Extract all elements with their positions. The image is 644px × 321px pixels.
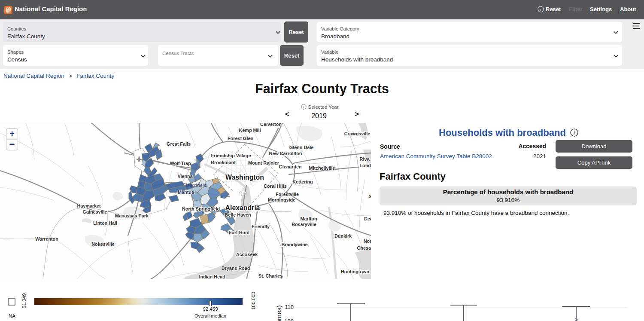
svg-text:New Carrollton: New Carrollton — [269, 151, 302, 156]
svg-text:Brandywine: Brandywine — [281, 242, 307, 247]
svg-text:Chesap: Chesap — [357, 245, 371, 251]
svg-text:100: 100 — [284, 318, 294, 321]
svg-text:Mitchellville: Mitchellville — [309, 165, 335, 171]
svg-text:Warrenton: Warrenton — [35, 236, 58, 242]
svg-text:Glenn Dale: Glenn Dale — [289, 145, 313, 150]
svg-text:Accokeek: Accokeek — [236, 252, 258, 257]
svg-text:Haymarket: Haymarket — [77, 203, 101, 208]
svg-text:Great Falls: Great Falls — [167, 141, 191, 147]
svg-text:Forest Glen: Forest Glen — [228, 136, 253, 141]
svg-text:Riva: Riva — [360, 156, 370, 162]
svg-text:Linton Hall: Linton Hall — [93, 220, 117, 226]
svg-text:Vienna: Vienna — [177, 174, 193, 179]
svg-text:Mantua: Mantua — [178, 190, 194, 195]
svg-text:Calverton: Calverton — [260, 123, 282, 127]
svg-text:Huntingtown: Huntingtown — [341, 269, 369, 274]
svg-text:Indian Head: Indian Head — [199, 274, 225, 279]
svg-text:Londo: Londo — [360, 163, 371, 168]
svg-text:Bryans Road: Bryans Road — [222, 266, 250, 271]
svg-text:Crownsville: Crownsville — [344, 131, 371, 136]
svg-text:S: S — [368, 194, 371, 199]
svg-text:Wolf Trap: Wolf Trap — [170, 161, 191, 166]
svg-text:St. Charles: St. Charles — [258, 273, 283, 278]
svg-text:Morningside: Morningside — [268, 197, 295, 202]
svg-text:Nor: Nor — [364, 238, 371, 244]
svg-text:Friendship Village: Friendship Village — [211, 153, 251, 158]
svg-text:Alexandria: Alexandria — [225, 204, 260, 211]
svg-text:Fort Hunt: Fort Hunt — [229, 230, 250, 235]
svg-text:i: i — [540, 7, 541, 12]
svg-text:Glenarden: Glenarden — [279, 164, 301, 169]
svg-text:Manassas Park: Manassas Park — [115, 213, 149, 218]
svg-text:Washington: Washington — [225, 174, 264, 181]
svg-text:Kettering: Kettering — [292, 179, 313, 184]
svg-text:i: i — [304, 105, 304, 109]
svg-text:Friendly: Friendly — [252, 224, 270, 229]
svg-text:i: i — [574, 130, 575, 136]
svg-text:Marlton: Marlton — [301, 216, 317, 221]
svg-text:110: 110 — [285, 304, 294, 310]
svg-text:Forestville: Forestville — [276, 192, 299, 197]
svg-text:Coral Hills: Coral Hills — [264, 183, 286, 189]
svg-text:Dunkirk: Dunkirk — [334, 233, 352, 238]
svg-text:Merrifield: Merrifield — [186, 183, 207, 188]
svg-text:Belle Haven: Belle Haven — [225, 212, 251, 217]
svg-text:(Homes): (Homes) — [275, 305, 283, 321]
svg-text:North Springfield: North Springfield — [182, 206, 220, 211]
svg-text:Nokesville: Nokesville — [91, 242, 114, 247]
svg-text:Kemp Mill: Kemp Mill — [239, 128, 261, 133]
svg-text:Rosaryville: Rosaryville — [292, 222, 316, 227]
svg-text:Dea: Dea — [364, 216, 371, 221]
svg-text:Brookmont: Brookmont — [211, 160, 236, 165]
svg-text:Mount Rainier: Mount Rainier — [248, 160, 279, 165]
svg-text:Gainesville: Gainesville — [82, 209, 107, 214]
